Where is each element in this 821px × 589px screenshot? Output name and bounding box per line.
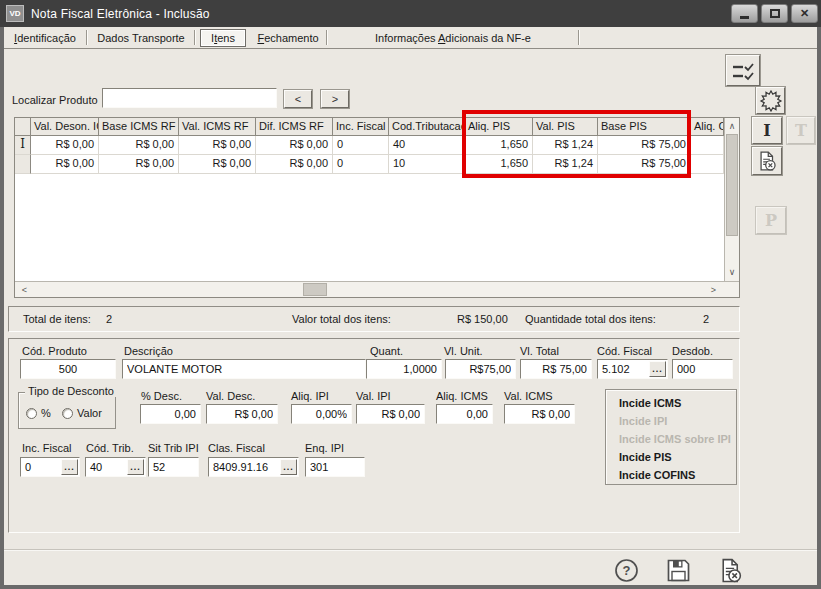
cell[interactable]: 10: [389, 155, 465, 174]
cell[interactable]: R$ 1,24: [533, 136, 598, 155]
grid-col-base-pis[interactable]: Base PIS: [598, 118, 691, 136]
letter-i-icon: I: [763, 123, 770, 139]
grid-col-val-deson[interactable]: Val. Deson. IC: [31, 118, 99, 136]
cell[interactable]: [691, 155, 724, 174]
tab-informacoes-adicionais[interactable]: Informações Adicionais da NF-e: [328, 28, 578, 48]
scroll-up-icon[interactable]: ∧: [725, 118, 739, 133]
grid-col-inc-fiscal[interactable]: Inc. Fiscal: [333, 118, 389, 136]
incide-panel: Incide ICMS Incide IPI Incide ICMS sobre…: [605, 389, 737, 485]
desdob-field[interactable]: [672, 359, 733, 379]
tab-separator: [578, 30, 580, 45]
cell[interactable]: R$ 0,00: [256, 155, 333, 174]
sit-trib-ipi-field[interactable]: [148, 457, 199, 477]
cell[interactable]: 40: [389, 136, 465, 155]
total-qty-value: 2: [703, 313, 709, 325]
cod-fiscal-lookup-button[interactable]: ...: [649, 361, 666, 377]
row-indicator: [15, 155, 31, 174]
radio-icon[interactable]: [62, 408, 73, 419]
cell[interactable]: 1,650: [465, 136, 533, 155]
inc-fiscal-field[interactable]: 0 ...: [20, 457, 80, 477]
table-row[interactable]: R$ 0,00 R$ 0,00 R$ 0,00 R$ 0,00 0 10 1,6…: [15, 155, 724, 174]
window-border-bottom: [0, 585, 821, 589]
grid-col-base-icms-rf[interactable]: Base ICMS RF: [99, 118, 179, 136]
val-ipi-field[interactable]: [356, 404, 425, 424]
cell[interactable]: R$ 1,24: [533, 155, 598, 174]
cell[interactable]: R$ 0,00: [179, 155, 256, 174]
grid-col-cod-tributacao[interactable]: Cod.Tributacao: [389, 118, 465, 136]
vertical-scrollbar[interactable]: ∧ ∨: [724, 118, 739, 281]
descricao-label: Descrição: [124, 345, 173, 359]
scroll-right-icon[interactable]: >: [706, 282, 721, 297]
tab-itens[interactable]: Itens: [200, 29, 246, 47]
clas-fiscal-lookup-button[interactable]: ...: [280, 459, 297, 475]
cod-trib-label: Cód. Trib.: [86, 442, 134, 456]
table-row[interactable]: I R$ 0,00 R$ 0,00 R$ 0,00 R$ 0,00 0 40 1…: [15, 136, 724, 155]
horizontal-scrollbar[interactable]: < >: [15, 281, 739, 297]
scroll-thumb[interactable]: [303, 283, 327, 296]
cell[interactable]: R$ 0,00: [256, 136, 333, 155]
search-input[interactable]: [102, 88, 277, 108]
grid-col-aliq-cofins[interactable]: Aliq. C: [691, 118, 724, 136]
grid-col-aliq-pis[interactable]: Aliq. PIS: [465, 118, 533, 136]
maximize-button[interactable]: [761, 4, 788, 23]
cell[interactable]: [691, 136, 724, 155]
cod-fiscal-field[interactable]: 5.102 ...: [597, 359, 668, 379]
cell[interactable]: R$ 0,00: [31, 136, 99, 155]
inc-fiscal-lookup-button[interactable]: ...: [61, 459, 78, 475]
prev-button[interactable]: <: [284, 90, 312, 108]
enq-ipi-label: Enq. IPI: [305, 442, 344, 456]
cell[interactable]: R$ 0,00: [99, 155, 179, 174]
cell[interactable]: R$ 75,00: [598, 155, 691, 174]
grid-col-val-icms-rf[interactable]: Val. ICMS RF: [179, 118, 256, 136]
grid-col-val-pis[interactable]: Val. PIS: [533, 118, 598, 136]
grid-col-dif-icms-rf[interactable]: Dif. ICMS RF: [256, 118, 333, 136]
save-button[interactable]: [664, 556, 692, 584]
cell[interactable]: R$ 0,00: [31, 155, 99, 174]
seal-button[interactable]: [756, 87, 785, 114]
minimize-icon: [740, 16, 749, 19]
perc-desc-label: % Desc.: [141, 390, 182, 404]
scroll-left-icon[interactable]: <: [17, 282, 32, 297]
cod-trib-lookup-button[interactable]: ...: [127, 459, 144, 475]
scroll-thumb[interactable]: [726, 134, 738, 236]
check-items-button[interactable]: [726, 55, 760, 86]
tab-fechamento[interactable]: Fechamento: [250, 28, 326, 48]
val-icms-field[interactable]: [504, 404, 575, 424]
vl-total-field[interactable]: [520, 359, 592, 379]
clas-fiscal-field[interactable]: 8409.91.16 ...: [208, 457, 299, 477]
desconto-valor-option[interactable]: Valor: [62, 407, 102, 419]
next-button[interactable]: >: [321, 90, 349, 108]
descricao-field[interactable]: [122, 359, 366, 379]
enq-ipi-field[interactable]: [305, 457, 365, 477]
cell[interactable]: R$ 75,00: [598, 136, 691, 155]
scroll-down-icon[interactable]: ∨: [725, 264, 739, 279]
tab-identificacao[interactable]: Identificação: [4, 28, 86, 48]
close-button[interactable]: ✕: [791, 4, 818, 23]
items-grid: Val. Deson. IC Base ICMS RF Val. ICMS RF…: [14, 117, 740, 298]
minimize-button[interactable]: [731, 4, 758, 23]
cell[interactable]: R$ 0,00: [179, 136, 256, 155]
perc-desc-field[interactable]: [140, 404, 201, 424]
cell[interactable]: 0: [333, 136, 389, 155]
desconto-valor-label: Valor: [77, 407, 102, 419]
vl-total-label: Vl. Total: [520, 345, 559, 359]
aliq-icms-field[interactable]: [436, 404, 493, 424]
help-button[interactable]: ?: [612, 556, 640, 584]
desconto-percent-option[interactable]: %: [26, 407, 51, 419]
cell[interactable]: R$ 0,00: [99, 136, 179, 155]
cod-produto-field[interactable]: [20, 359, 116, 379]
remove-item-button[interactable]: [752, 147, 782, 175]
cell[interactable]: 1,650: [465, 155, 533, 174]
total-items-value: 2: [106, 313, 112, 325]
cod-trib-field[interactable]: 40 ...: [85, 457, 146, 477]
italic-button[interactable]: I: [752, 117, 782, 144]
tab-dados-transporte[interactable]: Dados Transporte: [88, 28, 194, 48]
cancel-button[interactable]: [716, 556, 744, 584]
quant-field[interactable]: [366, 359, 442, 379]
toolbar-separator: [4, 549, 817, 551]
aliq-ipi-field[interactable]: [291, 404, 352, 424]
radio-icon[interactable]: [26, 408, 37, 419]
cell[interactable]: 0: [333, 155, 389, 174]
vl-unit-field[interactable]: [445, 359, 516, 379]
val-desc-field[interactable]: [206, 404, 278, 424]
